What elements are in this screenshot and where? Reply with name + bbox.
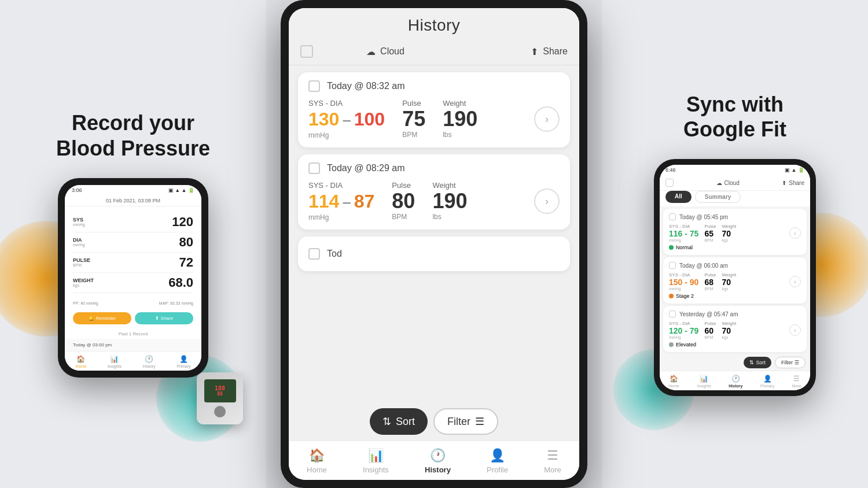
- bottom-nav-center: 🏠 Home 📊 Insights 🕐 History 👤 Profile ☰: [289, 441, 579, 480]
- past-record-label: Past 1 Record: [65, 329, 201, 339]
- right-nav-more[interactable]: ☰ More: [792, 375, 801, 388]
- pulse-value-2: 80: [392, 191, 415, 212]
- nav-insights-center[interactable]: 📊 Insights: [363, 448, 389, 474]
- record-checkbox-2[interactable]: [308, 162, 320, 174]
- right-pulse-value-1: 65: [704, 229, 716, 238]
- tab-all[interactable]: All: [665, 191, 692, 203]
- right-cb-2[interactable]: [669, 262, 676, 269]
- right-chevron-3[interactable]: ›: [789, 324, 801, 336]
- nav-primary-left[interactable]: 👤 Primary: [176, 355, 190, 368]
- right-toolbar: ☁ Cloud ⬆ Share: [660, 175, 810, 191]
- dot-orange-2: [669, 294, 674, 298]
- right-chevron-2[interactable]: ›: [789, 276, 801, 287]
- status-dot-3: Elevated: [669, 342, 801, 347]
- right-cloud[interactable]: ☁ Cloud: [677, 180, 778, 186]
- record-card-2: Today @ 08:29 am SYS - DIA 114 – 87: [298, 154, 570, 230]
- more-center-icon: ☰: [547, 448, 558, 463]
- right-nav-insights[interactable]: 📊 Insights: [697, 375, 711, 388]
- vital-label-pulse: PULSE BPM: [73, 257, 90, 267]
- sort-filter-bar: ⇅ Sort Filter ☰: [289, 402, 579, 441]
- share-button-left[interactable]: ⬆ Share: [135, 312, 193, 324]
- map-value: MAP: 93.33 mmHg: [159, 301, 193, 305]
- right-record-header-1: Today @ 05:45 pm: [669, 213, 801, 220]
- center-panel: History ☁ Cloud ⬆ Share: [266, 0, 602, 488]
- right-heading-line1: Sync with: [686, 93, 784, 116]
- record-time-2: Today @ 08:29 am: [327, 163, 405, 173]
- right-sort-icon: ⇅: [749, 360, 754, 365]
- right-cb-3[interactable]: [669, 310, 676, 317]
- right-more-icon: ☰: [793, 375, 800, 383]
- vital-row-pulse: PULSE BPM 72: [73, 253, 193, 273]
- right-vitals-row-3: SYS - DIA 120 - 79 mmHg Pulse 60 BPM Wei…: [669, 321, 801, 339]
- right-nav-primary[interactable]: 👤 Primary: [760, 375, 774, 388]
- left-heading: Record your Blood Pressure: [56, 110, 210, 160]
- right-record-header-2: Today @ 06:00 am: [669, 262, 801, 269]
- record-checkbox-partial[interactable]: [308, 248, 320, 260]
- right-vital-weight-3: Weight 70 kgs: [722, 321, 736, 339]
- home-center-icon: 🏠: [309, 448, 325, 463]
- phone-date-header: 01 Feb 2021, 03:08 PM: [65, 195, 201, 206]
- vital-value-sys: 120: [172, 215, 193, 230]
- toolbar-share[interactable]: ⬆ Share: [446, 46, 568, 57]
- right-vital-pulse-2: Pulse 68 BPM: [704, 272, 716, 291]
- right-chevron-1[interactable]: ›: [789, 227, 801, 239]
- nav-home-left[interactable]: 🏠 Home: [75, 355, 86, 368]
- filter-icon: ☰: [475, 415, 484, 428]
- right-heading: Sync with Google Fit: [683, 92, 786, 142]
- right-pulse-value-3: 60: [704, 326, 716, 335]
- right-status-time: 6:46: [665, 167, 676, 173]
- history-icon: 🕐: [145, 355, 153, 363]
- dia-value-1: 100: [354, 109, 385, 130]
- right-vitals-row-2: SYS - DIA 150 - 90 mmHg Pulse 68 BPM Wei…: [669, 272, 801, 291]
- vital-group-weight-1: Weight 190 lbs: [443, 99, 477, 139]
- right-vital-sysdia-1: SYS - DIA 116 - 75 mmHg: [669, 224, 698, 242]
- right-sysdia-value-2: 150 - 90: [669, 278, 698, 287]
- right-history-icon: 🕐: [731, 375, 740, 383]
- right-vital-sysdia-2: SYS - DIA 150 - 90 mmHg: [669, 272, 698, 291]
- sys-value-1: 130: [308, 109, 339, 130]
- right-nav-history[interactable]: 🕐 History: [729, 375, 742, 388]
- right-filter-button[interactable]: Filter ☰: [775, 357, 806, 368]
- weight-value-1: 190: [443, 109, 477, 130]
- filter-button[interactable]: Filter ☰: [433, 408, 498, 435]
- record-header-2: Today @ 08:29 am: [308, 162, 560, 174]
- nav-history-left[interactable]: 🕐 History: [143, 355, 156, 368]
- toolbar-cloud[interactable]: ☁ Cloud: [325, 46, 446, 57]
- nav-home-center[interactable]: 🏠 Home: [307, 448, 327, 474]
- right-record-time-1: Today @ 05:45 pm: [679, 214, 728, 220]
- right-share[interactable]: ⬆ Share: [782, 180, 804, 186]
- right-nav-home[interactable]: 🏠 Home: [668, 375, 679, 388]
- record-card-partial: Tod: [298, 236, 570, 271]
- record-checkbox-1[interactable]: [308, 80, 320, 92]
- vital-group-pulse-2: Pulse 80 BPM: [392, 181, 415, 221]
- tab-summary[interactable]: Summary: [695, 191, 741, 203]
- dot-green-1: [669, 245, 674, 250]
- status-time: 3:06: [72, 187, 82, 193]
- all-summary-tabs: All Summary: [660, 191, 810, 206]
- nav-history-center[interactable]: 🕐 History: [425, 448, 451, 474]
- heading-line1: Record your: [72, 111, 194, 135]
- right-toolbar-checkbox[interactable]: [665, 179, 674, 187]
- dia-value-2: 87: [354, 191, 375, 212]
- right-primary-icon: 👤: [763, 375, 772, 383]
- chevron-btn-1[interactable]: ›: [534, 106, 560, 132]
- right-heading-line2: Google Fit: [683, 117, 786, 141]
- nav-more-center[interactable]: ☰ More: [544, 448, 561, 474]
- nav-profile-center[interactable]: 👤 Profile: [487, 448, 508, 474]
- right-cb-1[interactable]: [669, 213, 676, 220]
- left-panel: Record your Blood Pressure 3:06 ▣ ▲ ▲ 🔋 …: [0, 0, 266, 488]
- sort-button[interactable]: ⇅ Sort: [370, 408, 428, 435]
- record-header-1: Today @ 08:32 am: [308, 80, 560, 92]
- record-body-1: SYS - DIA 130 – 100 mmHg Pulse 75: [308, 99, 560, 139]
- chevron-btn-2[interactable]: ›: [534, 188, 560, 214]
- nav-insights-left[interactable]: 📊 Insights: [108, 355, 122, 368]
- share-label: Share: [543, 46, 568, 57]
- phone-status-bar: 3:06 ▣ ▲ ▲ 🔋: [65, 185, 201, 195]
- bp-device: 188 88: [197, 372, 255, 442]
- reminder-button[interactable]: 🔔 Reminder: [73, 312, 131, 324]
- toolbar-checkbox[interactable]: [300, 45, 313, 58]
- right-sort-button[interactable]: ⇅ Sort: [744, 357, 771, 368]
- cloud-label: Cloud: [380, 46, 404, 57]
- right-status-bar: 6:46 ▣ ▲ 🔋: [660, 165, 810, 175]
- phone-right: 6:46 ▣ ▲ 🔋 ☁ Cloud ⬆ Share All Summary: [654, 159, 816, 396]
